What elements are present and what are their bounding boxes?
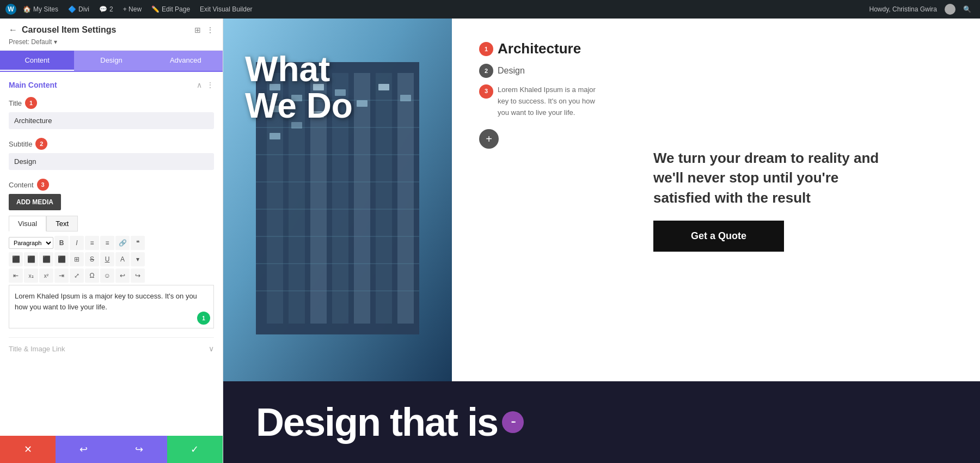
main-content-section-header: Main Content ∧ ⋮ <box>9 81 214 89</box>
subtitle-input[interactable] <box>9 153 214 170</box>
content-badge: 3 <box>37 179 49 191</box>
hero-big-text: What We Do <box>245 51 353 124</box>
carousel-content-area: 1 Architecture 2 Design 3 Lorem Khaled I… <box>452 19 980 381</box>
redo-footer-button[interactable]: ↪ <box>112 436 167 463</box>
title-link-collapse[interactable]: ∨ <box>209 344 214 353</box>
divi-menu[interactable]: 🔷 Divi <box>65 5 93 13</box>
editor-tab-visual[interactable]: Visual <box>9 216 46 232</box>
content-body-text: Lorem Khaled Ipsum is a major key to suc… <box>15 292 197 311</box>
subscript-btn[interactable]: x₂ <box>24 269 38 283</box>
toolbar-row-3: ⇤ x₂ x² ⇥ ⤢ Ω ☺ ↩ ↪ <box>9 269 214 283</box>
toolbar-row-1: Paragraph B I ≡ ≡ 🔗 ❝ <box>9 236 214 250</box>
title-image-link-section[interactable]: Title & Image Link ∨ <box>9 337 214 353</box>
grammarly-badge: 1 <box>197 312 210 325</box>
title-field-group: Title 1 <box>9 97 214 138</box>
bold-btn[interactable]: B <box>54 236 69 250</box>
align-center-btn[interactable]: ⬛ <box>24 252 38 266</box>
superscript-btn[interactable]: x² <box>39 269 53 283</box>
carousel-section: What We Do 1 Architecture 2 Design <box>223 19 980 381</box>
building-background: What We Do <box>223 19 452 381</box>
subtitle-field-group: Subtitle 2 <box>9 138 214 179</box>
design-that-is-text: Design that is ··· <box>256 400 526 444</box>
italic-btn[interactable]: I <box>70 236 84 250</box>
sidebar-body: Main Content ∧ ⋮ Title 1 Subtitle <box>0 72 223 436</box>
link-btn[interactable]: 🔗 <box>115 236 130 250</box>
dropdown-btn[interactable]: ▾ <box>131 252 145 266</box>
panel-title: Carousel Item Settings <box>22 25 190 35</box>
sidebar-panel: ← Carousel Item Settings ⊞ ⋮ Preset: Def… <box>0 19 223 463</box>
svg-rect-19 <box>270 133 280 139</box>
subtitle-badge: 2 <box>35 138 47 150</box>
section-more-icon[interactable]: ⋮ <box>206 81 214 89</box>
svg-rect-26 <box>378 84 389 90</box>
add-media-button[interactable]: ADD MEDIA <box>9 194 61 210</box>
subtitle-badge-preview: 2 <box>479 64 493 78</box>
exit-builder-menu[interactable]: Exit Visual Builder <box>197 5 256 13</box>
body-badge-preview: 3 <box>479 84 493 99</box>
header-icons: ⊞ ⋮ <box>194 26 214 34</box>
title-badge-preview: 1 <box>479 42 493 56</box>
user-avatar <box>945 4 955 15</box>
subtitle-label: Subtitle 2 <box>9 138 214 150</box>
more-icon[interactable]: ⋮ <box>206 26 214 34</box>
carousel-right-column: We turn your dream to reality and we'll … <box>653 40 953 360</box>
tab-design[interactable]: Design <box>74 51 148 71</box>
comments-menu[interactable]: 💬 2 <box>96 5 117 13</box>
edit-page-menu[interactable]: ✏️ Edit Page <box>148 5 193 13</box>
ol-btn[interactable]: ≡ <box>100 236 114 250</box>
emoji-btn[interactable]: ☺ <box>100 269 114 283</box>
ul-btn[interactable]: ≡ <box>85 236 99 250</box>
add-item-button[interactable]: + <box>479 129 499 149</box>
tab-advanced[interactable]: Advanced <box>149 51 223 71</box>
sidebar-footer: ✕ ↩ ↪ ✓ <box>0 436 223 463</box>
preset-label[interactable]: Preset: Default ▾ <box>9 38 214 46</box>
undo-btn[interactable]: ↩ <box>115 269 130 283</box>
wp-admin-bar: W 🏠 My Sites 🔷 Divi 💬 2 + New ✏️ Edit Pa… <box>0 0 980 19</box>
paragraph-select[interactable]: Paragraph <box>9 237 53 249</box>
undo-footer-button[interactable]: ↩ <box>56 436 111 463</box>
svg-rect-7 <box>376 73 392 324</box>
title-input[interactable] <box>9 112 214 129</box>
special-char-btn[interactable]: Ω <box>85 269 99 283</box>
back-button[interactable]: ← <box>9 25 17 35</box>
section-header-icons: ∧ ⋮ <box>197 81 214 89</box>
save-button[interactable]: ✓ <box>167 436 223 463</box>
content-editor[interactable]: Lorem Khaled Ipsum is a major key to suc… <box>9 285 214 328</box>
tagline-text: We turn your dream to reality and we'll … <box>653 148 882 208</box>
align-left-btn[interactable]: ⬛ <box>9 252 23 266</box>
text-color-btn[interactable]: A <box>115 252 130 266</box>
new-menu[interactable]: + New <box>120 5 145 13</box>
content-label: Content 3 <box>9 179 214 191</box>
indent-out-btn[interactable]: ⇤ <box>9 269 23 283</box>
redo-btn[interactable]: ↪ <box>131 269 145 283</box>
align-justify-btn[interactable]: ⬛ <box>54 252 69 266</box>
preview-area: What We Do 1 Architecture 2 Design <box>223 19 980 463</box>
user-greeting: Howdy, Christina Gwira <box>866 5 940 13</box>
editor-tab-text[interactable]: Text <box>46 216 78 232</box>
dark-section: Design that is ··· <box>223 381 980 463</box>
wp-logo[interactable]: W <box>5 4 16 15</box>
content-field-group: Content 3 ADD MEDIA Visual Text Paragrap… <box>9 179 214 328</box>
get-quote-button[interactable]: Get a Quote <box>653 221 784 252</box>
align-right-btn[interactable]: ⬛ <box>39 252 53 266</box>
tab-content[interactable]: Content <box>0 51 74 71</box>
underline-btn[interactable]: U <box>100 252 114 266</box>
settings-tabs: Content Design Advanced <box>0 51 223 72</box>
indent-in-btn[interactable]: ⇥ <box>54 269 69 283</box>
search-icon[interactable]: 🔍 <box>960 5 975 13</box>
wp-bar-right: Howdy, Christina Gwira 🔍 <box>866 4 975 15</box>
editor-mode-tabs: Visual Text <box>9 216 214 232</box>
toolbar-row-2: ⬛ ⬛ ⬛ ⬛ ⊞ S U A ▾ <box>9 252 214 266</box>
my-sites-menu[interactable]: 🏠 My Sites <box>20 5 62 13</box>
table-btn[interactable]: ⊞ <box>70 252 84 266</box>
strikethrough-btn[interactable]: S <box>85 252 99 266</box>
svg-rect-6 <box>354 73 370 324</box>
carousel-title-display: 1 Architecture <box>479 40 632 57</box>
cancel-button[interactable]: ✕ <box>0 436 56 463</box>
fullscreen-btn[interactable]: ⤢ <box>70 269 84 283</box>
layout-icon[interactable]: ⊞ <box>194 26 201 34</box>
purple-dot-icon: ··· <box>502 411 524 433</box>
collapse-icon[interactable]: ∧ <box>197 81 202 89</box>
title-link-label: Title & Image Link <box>9 345 65 353</box>
blockquote-btn[interactable]: ❝ <box>131 236 145 250</box>
